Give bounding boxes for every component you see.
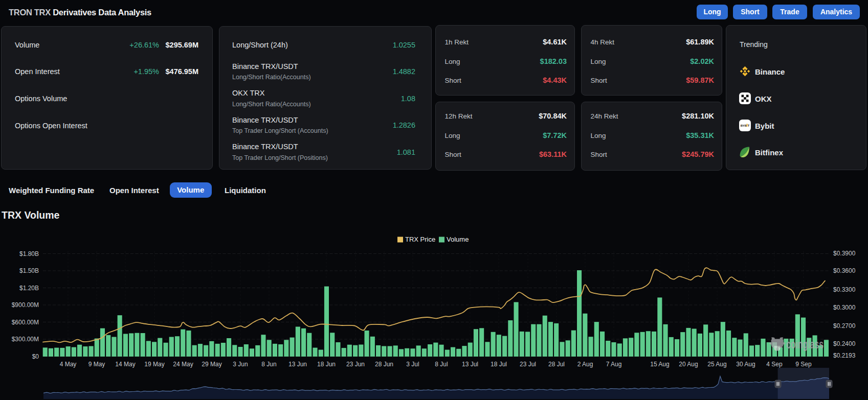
svg-text:15 Aug: 15 Aug (650, 361, 669, 368)
svg-text:$900.00M: $900.00M (12, 301, 39, 309)
svg-text:9 May: 9 May (88, 361, 105, 368)
svg-text:20 Aug: 20 Aug (679, 361, 698, 368)
svg-text:$0.2193: $0.2193 (833, 352, 856, 359)
svg-text:$0.3000: $0.3000 (833, 304, 856, 311)
svg-text:4 Sep: 4 Sep (766, 361, 783, 368)
svg-text:7 Aug: 7 Aug (606, 361, 622, 368)
svg-text:coinglass: coinglass (786, 338, 824, 351)
svg-text:14 May: 14 May (115, 361, 135, 368)
svg-text:$1.20B: $1.20B (19, 285, 39, 292)
svg-text:25 Aug: 25 Aug (707, 361, 726, 368)
svg-text:9 Sep: 9 Sep (795, 361, 812, 368)
svg-text:4 May: 4 May (60, 361, 77, 368)
svg-text:$0: $0 (32, 353, 39, 360)
svg-text:$0.2400: $0.2400 (833, 340, 856, 347)
svg-text:28 Jun: 28 Jun (375, 361, 393, 368)
svg-text:T: T (748, 124, 750, 127)
svg-text:$1.80B: $1.80B (19, 250, 39, 257)
svg-text:$0.2700: $0.2700 (833, 322, 856, 330)
svg-text:24 May: 24 May (173, 361, 193, 368)
svg-text:8 Jul: 8 Jul (435, 361, 448, 368)
svg-text:18 Jun: 18 Jun (317, 361, 336, 368)
svg-text:$1.50B: $1.50B (19, 267, 39, 274)
svg-text:29 May: 29 May (202, 361, 221, 368)
svg-text:Volume: Volume (447, 236, 469, 243)
svg-text:30 Aug: 30 Aug (736, 361, 755, 368)
svg-text:$0.3600: $0.3600 (833, 267, 856, 274)
svg-text:13 Jun: 13 Jun (288, 361, 307, 368)
svg-text:$0.3300: $0.3300 (833, 286, 856, 293)
svg-text:3 Jun: 3 Jun (233, 361, 248, 368)
svg-text:28 Jul: 28 Jul (548, 361, 565, 368)
svg-text:8 Jun: 8 Jun (261, 361, 276, 368)
svg-text:19 May: 19 May (144, 361, 164, 368)
svg-text:13 Jul: 13 Jul (462, 361, 478, 368)
svg-text:3 Jul: 3 Jul (406, 361, 419, 368)
svg-text:23 Jul: 23 Jul (520, 361, 536, 368)
svg-text:2 Aug: 2 Aug (577, 361, 593, 368)
svg-text:23 Jun: 23 Jun (346, 361, 365, 368)
svg-text:$600.00M: $600.00M (12, 319, 39, 326)
svg-text:$300.00M: $300.00M (12, 336, 39, 343)
svg-text:$0.3900: $0.3900 (833, 250, 856, 257)
svg-text:TRX Price: TRX Price (405, 236, 435, 243)
svg-text:BYB: BYB (741, 124, 747, 127)
svg-text:18 Jul: 18 Jul (491, 361, 507, 368)
